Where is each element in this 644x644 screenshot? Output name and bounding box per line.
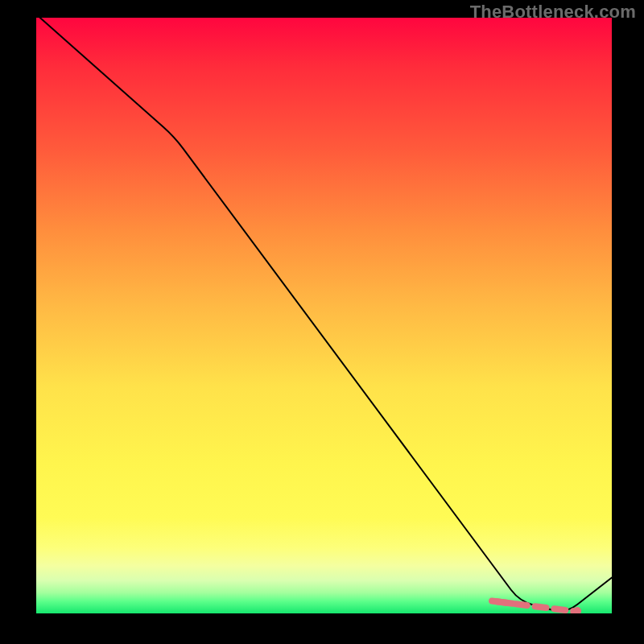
plot-svg [36, 18, 612, 613]
bottleneck-curve [36, 18, 612, 611]
highlight-end-dot [573, 607, 581, 613]
chart-frame: { "watermark": "TheBottleneck.com", "col… [0, 0, 644, 644]
watermark-text: TheBottleneck.com [470, 2, 636, 23]
chart-layer [36, 18, 612, 613]
highlight-dashed-stub [492, 601, 513, 603]
plot-area [36, 18, 612, 613]
